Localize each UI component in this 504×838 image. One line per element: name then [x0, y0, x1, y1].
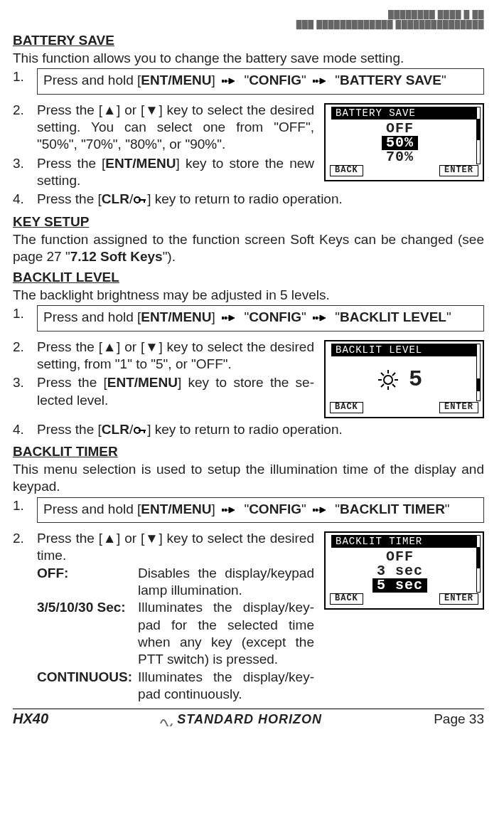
softkey-enter: ENTER: [439, 593, 478, 605]
svg-rect-26: [316, 509, 318, 511]
clr-key: CLR: [102, 191, 129, 206]
step-number: 3.: [13, 374, 37, 391]
opt-name: 3/5/10/30 Sec: [37, 600, 121, 615]
text: Press the [: [37, 375, 107, 390]
text: Press the [: [37, 191, 102, 206]
backlit-timer-intro: This menu selection is used to setup the…: [13, 461, 484, 496]
step-number: 4.: [13, 191, 37, 208]
text: Press and hold [: [43, 73, 141, 87]
svg-rect-9: [313, 317, 315, 319]
lcd-screen-backlit-level: BACKLIT LEVEL 5 BACK ENTER: [324, 340, 484, 418]
step-number: 4.: [13, 421, 37, 438]
softkey-enter: ENTER: [439, 165, 478, 176]
option-key: 3/5/10/30 Sec:: [37, 599, 138, 668]
lcd-options: OFF 3 sec 5 sec: [326, 550, 474, 593]
svg-line-18: [381, 384, 384, 387]
text: ": [301, 502, 306, 516]
colon: :: [121, 600, 125, 615]
lcd-option: OFF: [326, 550, 474, 564]
step-text: Press the [ENT/MENU] key to store the se…: [37, 374, 314, 409]
option-desc: Illuminates the display/key­pad for the …: [138, 599, 314, 668]
key-setup-text: The function assigned to the function sc…: [13, 231, 484, 266]
text: ": [301, 309, 306, 324]
softkey-back: BACK: [330, 402, 363, 413]
ref-bold: 7.12 Soft Keys: [70, 249, 163, 264]
header-line-1: ████████ ████ █ ██: [13, 10, 484, 18]
lock-key-icon: [133, 192, 147, 209]
config-label: CONFIG: [249, 73, 301, 87]
svg-rect-10: [316, 317, 318, 319]
lcd-title: BACKLIT TIMER: [331, 535, 477, 548]
brand-wave-icon: [160, 714, 173, 726]
target-label: BACKLIT LEVEL: [340, 309, 446, 324]
option-row: CONTINUOUS: Illuminates the display/key­…: [37, 669, 314, 704]
lcd-scrollbar: [476, 535, 481, 593]
svg-point-11: [384, 376, 392, 384]
lcd-title: BACKLIT LEVEL: [331, 344, 477, 356]
option-desc: Disables the display/key­pad lamp illumi…: [138, 565, 314, 600]
option-row: 3/5/10/30 Sec: Illuminates the display/k…: [37, 599, 314, 668]
svg-line-16: [381, 373, 384, 376]
svg-rect-2: [313, 80, 315, 83]
arrow-icon: [313, 78, 328, 85]
step-number: 2.: [13, 102, 37, 119]
softkey-back: BACK: [330, 165, 363, 176]
svg-rect-7: [222, 317, 224, 319]
step-text: Press the [▲] or [▼] key to select the d…: [37, 339, 314, 373]
step-number: 3.: [13, 155, 37, 172]
list-item: 4. Press the [CLR/] key to return to rad…: [13, 191, 484, 209]
step-number: 1.: [13, 68, 37, 85]
header-line-2: ███ █████████████ ███████████████: [13, 20, 484, 28]
list-item: 2. Press the [▲] or [▼] key to select th…: [13, 530, 314, 565]
list-item: 1. Press and hold [ENT/MENU] "CONFIG" "B…: [13, 305, 484, 331]
brightness-icon: [377, 369, 399, 391]
opt-name: OFF: [37, 566, 64, 580]
step-number: 1.: [13, 497, 37, 514]
text: Press and hold [: [43, 309, 141, 324]
lcd-options: OFF 50% 70%: [326, 122, 474, 164]
svg-rect-25: [313, 509, 315, 511]
opt-name: CONTINUOUS: [37, 669, 128, 684]
svg-line-17: [392, 384, 395, 387]
section-title-battery-save: BATTERY SAVE: [13, 33, 484, 48]
lock-key-icon: [133, 423, 147, 440]
config-label: CONFIG: [249, 309, 301, 324]
text-column: 2. Press the [▲] or [▼] key to select th…: [13, 337, 314, 409]
section-title-backlit-level: BACKLIT LEVEL: [13, 270, 484, 285]
text: ": [301, 73, 306, 87]
ent-menu-key: ENT/MENU: [141, 502, 211, 516]
text: Press and hold [: [43, 502, 141, 516]
text: ": [445, 502, 450, 516]
arrow-icon: [222, 506, 237, 514]
section-title-backlit-timer: BACKLIT TIMER: [13, 444, 484, 460]
ent-menu-key: ENT/MENU: [107, 375, 178, 390]
text: ]: [212, 309, 220, 324]
list-item: 3. Press the [ENT/MENU] key to store the…: [13, 155, 314, 190]
footer-brand: STANDARD HORIZON: [160, 712, 322, 727]
step-text: Press the [ENT/MENU] key to store the ne…: [37, 155, 314, 190]
page-footer: HX40 STANDARD HORIZON Page 33: [13, 709, 484, 727]
option-desc: Illuminates the display/key­pad continuo…: [138, 669, 314, 704]
colon: :: [64, 566, 68, 580]
text: ": [446, 309, 451, 324]
lcd-option-selected: 50%: [382, 136, 418, 150]
text: ] key to return to radio operation.: [147, 422, 343, 437]
svg-rect-6: [144, 199, 145, 203]
lcd-screen-battery-save: BATTERY SAVE OFF 50% 70% BACK ENTER: [324, 103, 484, 181]
timer-options-table: OFF: Disables the display/key­pad lamp i…: [37, 565, 314, 704]
ent-menu-key: ENT/MENU: [141, 309, 211, 324]
lcd-softkeys: BACK ENTER: [330, 593, 478, 606]
step-text: Press the [▲] or [▼] key to select the d…: [37, 102, 314, 154]
lcd-scrollbar: [476, 344, 481, 401]
lcd-softkeys: BACK ENTER: [330, 402, 478, 415]
config-label: CONFIG: [249, 502, 301, 516]
step-with-screen: 2. Press the [▲] or [▼] key to select th…: [13, 529, 484, 703]
step-text: Press the [CLR/] key to return to radio …: [37, 191, 484, 209]
text-column: 2. Press the [▲] or [▼] key to select th…: [13, 100, 314, 190]
lcd-softkeys: BACK ENTER: [330, 165, 478, 178]
arrow-icon: [313, 506, 328, 514]
arrow-icon: [222, 78, 237, 85]
option-key: OFF:: [37, 565, 138, 600]
lcd-scrollbar: [476, 107, 481, 164]
step-number: 2.: [13, 339, 37, 356]
